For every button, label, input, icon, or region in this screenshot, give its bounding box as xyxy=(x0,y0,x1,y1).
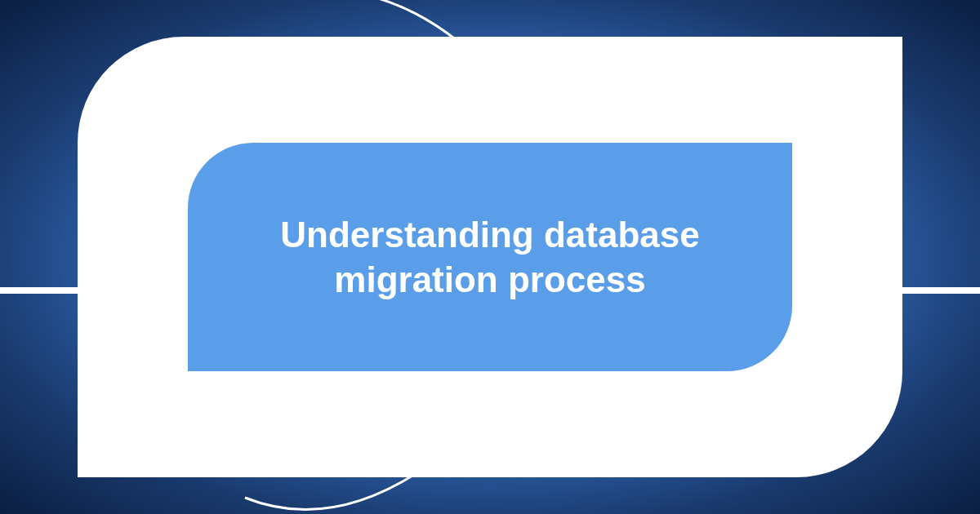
inner-title-panel: Understanding database migration process xyxy=(188,143,792,371)
banner-title: Understanding database migration process xyxy=(220,212,760,302)
